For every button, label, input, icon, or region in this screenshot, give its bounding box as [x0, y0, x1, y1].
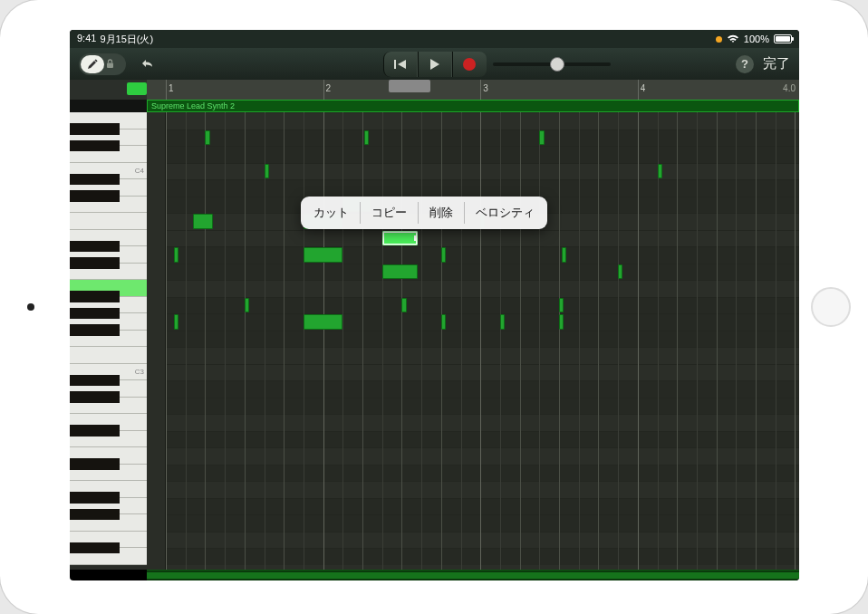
ruler-end-label: 4.0	[783, 83, 796, 93]
battery-icon	[774, 34, 792, 43]
midi-note[interactable]	[500, 314, 505, 330]
midi-note[interactable]	[401, 298, 406, 313]
piano-key-black[interactable]	[70, 391, 120, 403]
ruler-bar-label: 1	[169, 83, 174, 93]
toolbar: ? 完了	[70, 48, 799, 80]
lock-icon	[106, 59, 114, 69]
help-icon-glyph: ?	[741, 57, 748, 71]
midi-note[interactable]	[193, 214, 213, 229]
midi-note[interactable]	[364, 130, 369, 146]
piano-key-black[interactable]	[70, 375, 120, 387]
piano-key-black[interactable]	[70, 291, 120, 302]
piano-key-black[interactable]	[70, 241, 120, 253]
battery-percent: 100%	[744, 34, 769, 44]
piano-key-black[interactable]	[70, 492, 120, 504]
location-dot-icon	[716, 36, 722, 43]
piano-key-black[interactable]	[70, 123, 120, 135]
ruler-timeline[interactable]: 4.0 1234	[147, 80, 799, 100]
midi-note[interactable]	[304, 247, 342, 263]
camera-icon	[27, 303, 34, 311]
midi-note[interactable]	[304, 314, 342, 330]
midi-note[interactable]	[382, 231, 418, 246]
undo-button[interactable]	[137, 53, 159, 75]
midi-note[interactable]	[618, 264, 622, 280]
note-grid-gutter	[147, 112, 166, 570]
piano-key-black[interactable]	[70, 174, 120, 186]
cycle-locator[interactable]	[127, 82, 147, 95]
piano-key-black[interactable]	[70, 190, 120, 202]
midi-note[interactable]	[562, 247, 566, 263]
midi-note[interactable]	[265, 164, 269, 179]
piano-key-black[interactable]	[70, 257, 120, 269]
volume-slider[interactable]	[493, 54, 611, 74]
piano-key-black[interactable]	[70, 542, 120, 554]
record-icon	[463, 58, 476, 71]
piano-key[interactable]	[70, 347, 147, 364]
piano-key-black[interactable]	[70, 425, 120, 437]
ruler-gutter	[70, 80, 147, 100]
piano-roll: C4C3 カットコピー削除ベロシティ	[70, 112, 799, 570]
midi-note[interactable]	[382, 264, 418, 280]
pencil-icon	[81, 55, 104, 73]
status-time: 9:41	[77, 33, 96, 46]
context-menu-item[interactable]: ベロシティ	[465, 202, 545, 224]
region-header: Supreme Lead Synth 2	[70, 100, 799, 112]
piano-key-label: C4	[135, 167, 144, 175]
status-bar: 9:41 9月15日(火) 100%	[70, 30, 799, 48]
midi-note[interactable]	[658, 164, 662, 179]
ruler[interactable]: 4.0 1234	[70, 80, 799, 100]
midi-note[interactable]	[174, 314, 178, 330]
slider-thumb-icon	[550, 57, 564, 72]
svg-rect-0	[107, 63, 113, 69]
transport-controls	[383, 52, 487, 77]
edit-mode-toggle[interactable]	[79, 53, 126, 75]
midi-note[interactable]	[441, 314, 446, 330]
context-menu: カットコピー削除ベロシティ	[301, 197, 547, 229]
screen: 9:41 9月15日(火) 100%	[70, 30, 799, 580]
play-button[interactable]	[418, 52, 452, 77]
region-name[interactable]: Supreme Lead Synth 2	[147, 100, 799, 112]
note-grid[interactable]: カットコピー削除ベロシティ	[166, 112, 799, 570]
wifi-icon	[727, 34, 739, 43]
piano-key-black[interactable]	[70, 140, 120, 152]
piano-key-black[interactable]	[70, 308, 120, 320]
context-menu-item[interactable]: 削除	[419, 202, 465, 224]
midi-note[interactable]	[539, 130, 544, 146]
svg-rect-1	[394, 60, 396, 69]
playhead[interactable]	[389, 80, 430, 92]
piano-key-black[interactable]	[70, 324, 120, 336]
overview-region	[147, 572, 799, 579]
ruler-bar-label: 4	[641, 83, 646, 93]
midi-note[interactable]	[559, 298, 564, 313]
ruler-bar-label: 2	[326, 83, 332, 93]
context-menu-item[interactable]: コピー	[361, 202, 419, 224]
status-date: 9月15日(火)	[100, 33, 153, 46]
done-button[interactable]: 完了	[763, 55, 790, 72]
piano-key[interactable]	[70, 213, 147, 230]
overview-scrollbar[interactable]	[147, 570, 799, 580]
ruler-bar-label: 3	[483, 83, 488, 93]
ipad-frame: 9:41 9月15日(火) 100%	[0, 0, 868, 614]
home-button[interactable]	[811, 287, 851, 327]
piano-keyboard[interactable]: C4C3	[70, 112, 147, 570]
midi-note[interactable]	[441, 247, 446, 263]
midi-note[interactable]	[245, 298, 249, 313]
context-menu-item[interactable]: カット	[303, 202, 361, 224]
midi-note[interactable]	[205, 130, 209, 146]
piano-key-black[interactable]	[70, 458, 120, 470]
midi-note[interactable]	[559, 314, 564, 330]
piano-key-label: C3	[135, 368, 144, 376]
record-button[interactable]	[452, 52, 487, 77]
help-button[interactable]: ?	[736, 55, 754, 73]
rewind-button[interactable]	[383, 52, 418, 77]
midi-note[interactable]	[174, 247, 178, 263]
piano-key-black[interactable]	[70, 509, 120, 521]
